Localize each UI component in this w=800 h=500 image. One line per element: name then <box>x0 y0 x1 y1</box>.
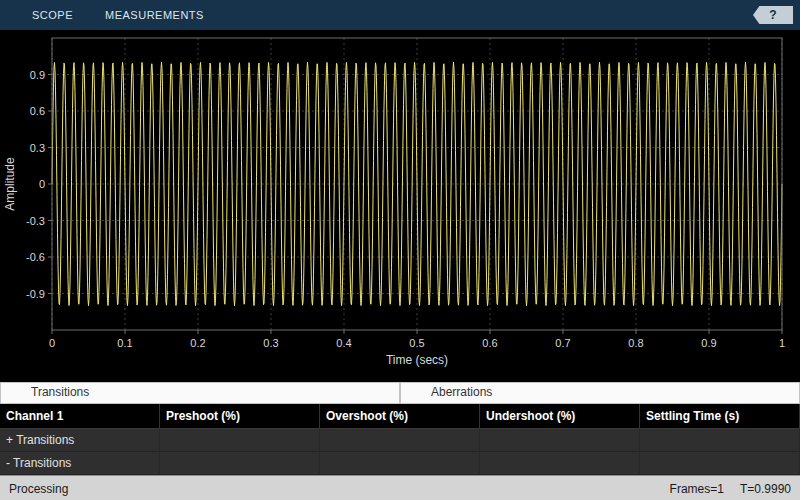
status-text: Processing <box>9 482 68 496</box>
table-cell <box>640 429 800 452</box>
svg-text:0.9: 0.9 <box>701 337 716 349</box>
svg-text:0: 0 <box>39 178 45 190</box>
column-header-channel: Channel 1 <box>0 404 160 429</box>
svg-text:0.8: 0.8 <box>628 337 643 349</box>
measurements-table: Channel 1 Preshoot (%) Overshoot (%) Und… <box>0 404 800 475</box>
frames-counter: Frames=1 <box>670 482 724 496</box>
panel-header-aberrations[interactable]: Aberrations <box>400 382 800 404</box>
scope-plot: 00.10.20.30.40.50.60.70.80.91-0.9-0.6-0.… <box>0 30 800 378</box>
svg-text:Time (secs): Time (secs) <box>386 353 448 367</box>
table-cell <box>160 452 320 475</box>
svg-text:0.5: 0.5 <box>409 337 424 349</box>
help-button[interactable]: ? <box>753 6 793 24</box>
table-cell <box>160 429 320 452</box>
table-header-row: Channel 1 Preshoot (%) Overshoot (%) Und… <box>0 404 800 429</box>
svg-text:-0.6: -0.6 <box>26 251 45 263</box>
row-label: + Transitions <box>0 429 160 452</box>
panel-header-transitions[interactable]: Transitions <box>0 382 400 404</box>
column-header-undershoot: Undershoot (%) <box>480 404 640 429</box>
svg-text:-0.3: -0.3 <box>26 215 45 227</box>
table-row: + Transitions <box>0 429 800 452</box>
column-header-settling-time: Settling Time (s) <box>640 404 800 429</box>
svg-text:-0.9: -0.9 <box>26 288 45 300</box>
row-label: - Transitions <box>0 452 160 475</box>
svg-text:0.6: 0.6 <box>30 105 45 117</box>
svg-text:0.6: 0.6 <box>482 337 497 349</box>
tab-measurements[interactable]: MEASUREMENTS <box>89 0 220 30</box>
scope-display[interactable]: 00.10.20.30.40.50.60.70.80.91-0.9-0.6-0.… <box>0 30 800 382</box>
svg-text:0.7: 0.7 <box>555 337 570 349</box>
svg-text:0.3: 0.3 <box>263 337 278 349</box>
status-counters: Frames=1 T=0.9990 <box>670 482 791 496</box>
svg-text:0.3: 0.3 <box>30 142 45 154</box>
svg-text:0: 0 <box>49 337 55 349</box>
table-row: - Transitions <box>0 452 800 475</box>
svg-text:0.2: 0.2 <box>190 337 205 349</box>
svg-text:Amplitude: Amplitude <box>3 157 17 211</box>
question-mark-icon: ? <box>769 8 776 22</box>
table-cell <box>640 452 800 475</box>
svg-text:0.1: 0.1 <box>117 337 132 349</box>
status-bar: Processing Frames=1 T=0.9990 <box>0 475 800 500</box>
toolstrip: SCOPE MEASUREMENTS ? <box>0 0 800 30</box>
svg-text:0.9: 0.9 <box>30 69 45 81</box>
tab-scope[interactable]: SCOPE <box>16 0 89 30</box>
table-cell <box>480 452 640 475</box>
scope-window: SCOPE MEASUREMENTS ? 00.10.20.30.40.50.6… <box>0 0 800 500</box>
table-cell <box>320 429 480 452</box>
table-cell <box>480 429 640 452</box>
time-counter: T=0.9990 <box>740 482 791 496</box>
column-header-overshoot: Overshoot (%) <box>320 404 480 429</box>
svg-text:0.4: 0.4 <box>336 337 351 349</box>
svg-text:1: 1 <box>779 337 785 349</box>
table-cell <box>320 452 480 475</box>
measurement-panels-bar: Transitions Aberrations <box>0 382 800 404</box>
column-header-preshoot: Preshoot (%) <box>160 404 320 429</box>
